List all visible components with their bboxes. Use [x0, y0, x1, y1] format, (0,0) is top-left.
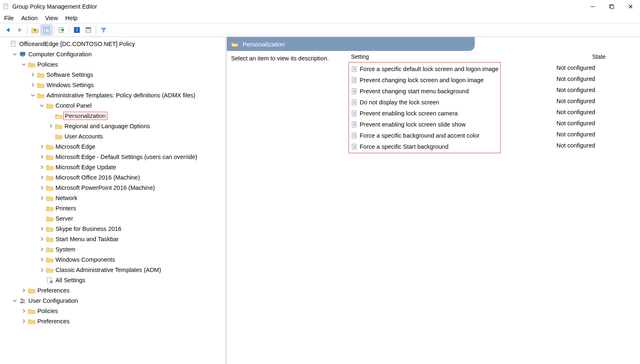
folder-icon [55, 133, 62, 140]
expander-icon[interactable] [21, 61, 27, 68]
tree-skype[interactable]: Skype for Business 2016 [39, 223, 225, 234]
expander-icon[interactable] [39, 184, 45, 191]
tree-classic-adm[interactable]: Classic Administrative Templates (ADM) [39, 265, 225, 275]
expander-icon[interactable] [48, 123, 54, 129]
tree-policies[interactable]: Policies [21, 59, 225, 69]
tree-software-settings[interactable]: Software Settings [30, 69, 225, 80]
expander-icon[interactable] [39, 267, 45, 273]
tree-windows-settings[interactable]: Windows Settings [30, 80, 225, 90]
tree-microsoft-edge-update[interactable]: Microsoft Edge Update [39, 162, 225, 172]
menu-file[interactable]: File [4, 15, 14, 21]
expander-icon[interactable] [39, 174, 45, 181]
help-button[interactable] [71, 25, 83, 35]
maximize-button[interactable] [602, 0, 621, 13]
expander-icon[interactable] [21, 287, 27, 294]
tree-all-settings[interactable]: All Settings [39, 275, 225, 285]
states-column: Not configuredNot configuredNot configur… [554, 62, 640, 153]
setting-row[interactable]: Prevent enabling lock screen camera [350, 108, 499, 119]
setting-row[interactable]: Force a specific background and accent c… [350, 130, 499, 141]
expander-icon[interactable] [39, 143, 45, 150]
tree-computer-configuration[interactable]: Computer Configuration [12, 49, 225, 59]
details-header: Personalization [227, 37, 475, 51]
policy-item-icon [351, 77, 358, 83]
tree-administrative-templates[interactable]: Administrative Templates: Policy definit… [30, 90, 225, 100]
expander-icon[interactable] [39, 226, 45, 232]
tree-policies-user[interactable]: Policies [21, 306, 225, 316]
properties-button[interactable] [83, 25, 94, 35]
close-button[interactable] [621, 0, 640, 13]
minimize-button[interactable] [583, 0, 602, 13]
folder-icon [46, 102, 53, 109]
setting-row[interactable]: Prevent enabling lock screen slide show [350, 119, 499, 130]
expander-icon[interactable] [21, 308, 27, 314]
tree-preferences-user[interactable]: Preferences [21, 316, 225, 326]
folder-icon [46, 215, 53, 222]
back-button[interactable] [2, 25, 14, 35]
setting-row[interactable]: Do not display the lock screen [350, 97, 499, 108]
filter-button[interactable] [98, 25, 109, 35]
toolbar [0, 23, 640, 37]
folder-icon [46, 174, 53, 181]
folder-icon [46, 246, 53, 253]
expander-icon[interactable] [12, 297, 18, 304]
menu-view[interactable]: View [45, 15, 58, 21]
expander-icon[interactable] [39, 246, 45, 253]
up-folder-button[interactable] [29, 25, 41, 35]
folder-icon [28, 318, 35, 325]
tree-root[interactable]: OfficeandEdge [DC.CONTOSO.NET] Policy [2, 39, 225, 49]
description-text: Select an item to view its description. [227, 51, 345, 62]
setting-name: Prevent enabling lock screen camera [360, 110, 499, 117]
tree-system[interactable]: System [39, 244, 225, 254]
tree-network[interactable]: Network [39, 193, 225, 203]
expander-icon[interactable] [39, 164, 45, 170]
folder-icon [46, 184, 53, 191]
col-header-state[interactable]: State [558, 53, 640, 60]
setting-row[interactable]: Force a specific Start background [350, 141, 499, 152]
folder-icon [46, 236, 53, 242]
setting-row[interactable]: Prevent changing lock screen and logon i… [350, 74, 499, 85]
tree-microsoft-edge[interactable]: Microsoft Edge [39, 141, 225, 152]
col-header-setting[interactable]: Setting [351, 53, 558, 60]
expander-icon[interactable] [30, 71, 36, 78]
tree-user-accounts[interactable]: User Accounts [48, 131, 225, 141]
setting-name: Force a specific default lock screen and… [360, 66, 499, 72]
expander-icon[interactable] [21, 318, 27, 325]
tree-personalization[interactable]: Personalization [48, 111, 225, 121]
expander-icon[interactable] [39, 236, 45, 242]
expander-icon[interactable] [39, 256, 45, 263]
expander-icon[interactable] [39, 102, 45, 109]
menu-action[interactable]: Action [21, 15, 37, 21]
tree-windows-components[interactable]: Windows Components [39, 254, 225, 265]
export-list-button[interactable] [56, 25, 67, 35]
folder-icon [46, 195, 53, 201]
expander-icon[interactable] [12, 51, 18, 58]
tree-preferences-computer[interactable]: Preferences [21, 285, 225, 295]
settings-list: Force a specific default lock screen and… [349, 62, 501, 153]
tree-office-2016[interactable]: Microsoft Office 2016 (Machine) [39, 172, 225, 182]
tree-printers[interactable]: Printers [39, 203, 225, 213]
forward-button[interactable] [14, 25, 25, 35]
tree-user-configuration[interactable]: User Configuration [12, 295, 225, 306]
gpo-doc-icon [10, 41, 17, 47]
tree-microsoft-edge-default[interactable]: Microsoft Edge - Default Settings (users… [39, 152, 225, 162]
expander-icon[interactable] [30, 82, 36, 88]
expander-icon[interactable] [39, 154, 45, 160]
tree-regional-options[interactable]: Regional and Language Options [48, 121, 225, 131]
menu-help[interactable]: Help [65, 15, 78, 21]
tree-server[interactable]: Server [39, 213, 225, 223]
policy-item-icon [351, 66, 358, 72]
policy-item-icon [351, 143, 358, 150]
setting-row[interactable]: Force a specific default lock screen and… [350, 63, 499, 74]
policy-item-icon [351, 121, 358, 128]
show-hide-tree-button[interactable] [41, 25, 52, 35]
users-icon [19, 297, 26, 304]
folder-icon [46, 143, 53, 150]
setting-name: Prevent changing lock screen and logon i… [360, 77, 499, 83]
expander-icon[interactable] [39, 195, 45, 201]
tree-start-menu-taskbar[interactable]: Start Menu and Taskbar [39, 234, 225, 244]
setting-row[interactable]: Prevent changing start menu background [350, 85, 499, 97]
tree-powerpoint-2016[interactable]: Microsoft PowerPoint 2016 (Machine) [39, 182, 225, 193]
expander-icon[interactable] [30, 92, 36, 99]
console-tree[interactable]: OfficeandEdge [DC.CONTOSO.NET] Policy Co… [0, 37, 225, 364]
tree-control-panel[interactable]: Control Panel [39, 100, 225, 111]
